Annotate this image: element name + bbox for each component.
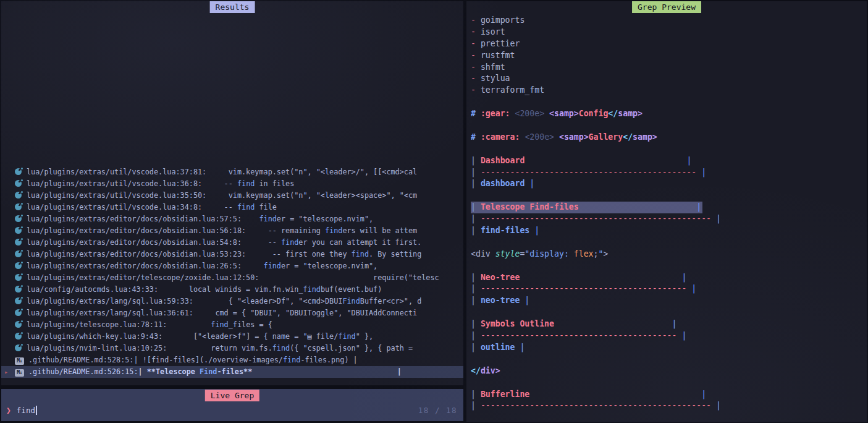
text-segment — [579, 202, 697, 212]
text-segment: <200e> — [525, 132, 554, 142]
text-segment: vim.keymap.set("n", "<leader>/", [[<cmd>… — [206, 168, 417, 176]
preview-line: | --------------------------------------… — [471, 167, 867, 179]
text-segment: Find — [342, 297, 360, 306]
text-segment: -files.png) | — [300, 356, 357, 364]
text-segment: ers will be attem — [342, 226, 417, 235]
text-segment: dashboard — [481, 179, 525, 188]
preview-line: | Symbols Outline | — [471, 318, 867, 330]
text-segment: <div — [471, 249, 495, 258]
text-segment: find — [325, 226, 342, 235]
text-segment: { "<leader>Df", "<cmd>DBUI — [193, 297, 342, 306]
text-segment: -- remaining — [246, 226, 325, 235]
result-row[interactable]: lua/plugins/extras/util/vscode.lua:36:8:… — [1, 178, 463, 190]
result-row[interactable]: lua/plugins/extras/util/vscode.lua:34:8:… — [1, 202, 463, 213]
text-segment: samp> — [633, 132, 657, 142]
text-segment: | — [471, 401, 481, 410]
text-segment: | — [471, 226, 481, 235]
text-segment: er = "telescope.nvim", — [281, 262, 377, 270]
text-segment: | — [471, 296, 481, 305]
text-segment: isort — [481, 27, 505, 36]
text-segment: | — [520, 296, 529, 305]
result-path: lua/plugins/extras/util/vscode.lua:37:81… — [27, 168, 206, 176]
results-panel: Results lua/plugins/extras/util/vscode.l… — [1, 1, 463, 385]
text-segment: _files = { — [229, 320, 272, 329]
text-segment: -- — [202, 203, 237, 212]
text-segment: <samp> — [549, 109, 579, 118]
text-segment: cmd = { "DBUI", "DBUIToggle", "DBUIAddCo… — [193, 309, 417, 317]
text-segment: </ — [471, 366, 481, 375]
text-segment: </ — [623, 132, 633, 142]
result-row[interactable]: lua/plugins/which-key.lua:9:43: ["<leade… — [1, 331, 463, 343]
text-segment: stylua — [481, 74, 510, 83]
result-row[interactable]: lua/plugins/nvim-lint.lua:10:25: return … — [1, 343, 463, 354]
result-row[interactable]: lua/plugins/telescope.lua:78:11: find_fi… — [1, 319, 463, 331]
preview-line: | Bufferline | — [471, 389, 867, 401]
text-segment: er = "telescope.nvim", — [277, 215, 373, 223]
result-row[interactable]: lua/plugins/extras/editor/docs/obsidian.… — [1, 260, 463, 272]
text-segment: find — [281, 238, 298, 247]
prompt-line[interactable]: ❯ find 18 / 18 — [1, 401, 463, 420]
preview-line: - prettier — [471, 38, 867, 50]
text-segment: find — [237, 179, 255, 188]
text-segment — [242, 215, 259, 223]
text-segment: | ![find-files](./overview-images/ — [133, 356, 282, 364]
preview-line — [471, 143, 867, 155]
text-segment: find — [338, 332, 355, 341]
preview-line: | --------------------------------------… — [471, 213, 867, 225]
result-row[interactable]: M↓.github/README.md:528:5:| ![find-files… — [1, 354, 463, 366]
result-row[interactable]: lua/plugins/extras/lang/sql.lua:59:33: {… — [1, 296, 463, 307]
text-segment: | — [711, 401, 721, 410]
text-segment: Find — [200, 367, 217, 376]
result-row[interactable]: lua/plugins/extras/editor/docs/obsidian.… — [1, 225, 463, 237]
result-row[interactable]: lua/plugins/extras/editor/docs/obsidian.… — [1, 249, 463, 260]
text-segment: | — [515, 343, 525, 352]
text-cursor — [36, 406, 37, 415]
preview-line — [471, 237, 867, 249]
prompt-title: Live Grep — [205, 390, 259, 401]
preview-line: # :gear: <200e> <samp>Config</samp> — [471, 108, 867, 120]
text-segment: | — [525, 179, 534, 188]
lua-file-icon — [15, 286, 22, 293]
text-segment: style — [495, 249, 520, 258]
text-segment: Buffer<cr>", d — [360, 297, 421, 306]
result-row[interactable]: lua/plugins/extras/editor/docs/obsidian.… — [1, 213, 463, 225]
results-title: Results — [210, 1, 255, 13]
text-segment: outline — [481, 343, 515, 352]
text-segment: | — [471, 202, 481, 212]
result-path: lua/plugins/extras/editor/docs/obsidian.… — [27, 226, 246, 235]
text-segment: return vim.fs. — [167, 344, 272, 352]
text-segment: find — [303, 285, 320, 294]
text-segment: | — [471, 168, 481, 177]
preview-line: | neo-tree | — [471, 295, 867, 307]
result-row[interactable]: lua/plugins/extras/util/vscode.lua:37:81… — [1, 166, 463, 178]
preview-cursorline-highlight: | Telescope Find-files | — [471, 202, 702, 213]
grep-query-input[interactable]: find — [17, 406, 35, 415]
result-row[interactable]: ▸M↓.github/README.md:526:15:| **Telescop… — [1, 366, 463, 378]
text-segment: terraform_fmt — [481, 85, 544, 95]
preview-content: - goimports- isort- prettier- rustfmt- s… — [471, 15, 867, 412]
result-row[interactable]: lua/plugins/extras/editor/docs/obsidian.… — [1, 237, 463, 249]
result-row[interactable]: lua/config/autocmds.lua:43:33: local win… — [1, 284, 463, 296]
text-segment — [529, 390, 701, 399]
result-row[interactable]: lua/plugins/extras/util/vscode.lua:35:50… — [1, 190, 463, 202]
text-segment: -- first one they — [246, 250, 351, 258]
text-segment: | — [397, 367, 402, 376]
result-path: lua/plugins/extras/lang/sql.lua:36:61: — [27, 309, 193, 317]
preview-line: | --------------------------------------… — [471, 400, 867, 412]
text-segment: buf(event.buf) — [321, 285, 382, 294]
text-segment: Config — [579, 109, 609, 118]
text-segment: ----------------------------------------… — [481, 214, 711, 223]
text-segment: | — [529, 226, 539, 235]
selection-arrow-icon: ▸ — [4, 366, 8, 378]
result-path: lua/plugins/nvim-lint.lua:10:25: — [27, 344, 167, 352]
lua-file-icon — [15, 321, 22, 328]
text-segment: | — [471, 214, 481, 223]
lua-file-icon — [15, 192, 22, 199]
result-row[interactable]: lua/plugins/extras/lang/sql.lua:36:61: c… — [1, 307, 463, 319]
text-segment: rustfmt — [481, 51, 515, 60]
preview-line: | --------------------------------------… — [471, 283, 867, 295]
text-segment: | — [471, 156, 481, 165]
result-row[interactable]: lua/plugins/extras/editor/telescope/zoxi… — [1, 272, 463, 284]
text-segment: | — [696, 202, 701, 212]
lua-file-icon — [15, 309, 22, 316]
